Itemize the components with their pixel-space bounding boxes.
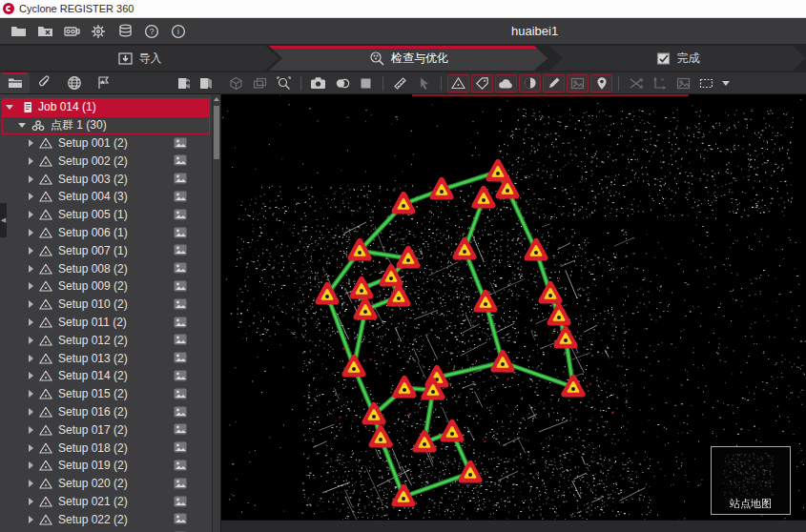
setup-marker[interactable] xyxy=(353,279,371,297)
setup-thumbnail-icon[interactable] xyxy=(174,191,187,205)
setup-thumbnail-icon[interactable] xyxy=(174,441,187,456)
tag-toggle[interactable] xyxy=(471,74,493,92)
orbit-icon[interactable] xyxy=(225,74,247,92)
caret-right-icon[interactable] xyxy=(29,157,33,165)
setup-marker[interactable] xyxy=(475,189,493,206)
setup-thumbnail-icon[interactable] xyxy=(174,173,187,187)
setup-thumbnail-icon[interactable] xyxy=(174,370,187,384)
setup-thumbnail-icon[interactable] xyxy=(174,209,187,223)
setup-marker[interactable] xyxy=(416,433,434,450)
camera-icon[interactable] xyxy=(307,74,329,92)
links-icon[interactable] xyxy=(625,74,647,92)
caret-down-icon[interactable] xyxy=(18,123,26,128)
image-toggle[interactable] xyxy=(567,74,589,92)
caret-right-icon[interactable] xyxy=(29,247,33,255)
setup-thumbnail-icon[interactable] xyxy=(174,352,187,366)
caret-right-icon[interactable] xyxy=(29,372,33,379)
setup-thumbnail-icon[interactable] xyxy=(174,460,187,474)
setup-marker[interactable] xyxy=(395,194,413,212)
caret-right-icon[interactable] xyxy=(29,211,33,218)
setup-marker[interactable] xyxy=(400,249,418,266)
caret-right-icon[interactable] xyxy=(29,444,33,452)
setup-marker-toggle[interactable] xyxy=(447,74,469,92)
tree-item-setup[interactable]: Setup 001 (2) xyxy=(0,134,212,153)
setup-thumbnail-icon[interactable] xyxy=(174,262,187,276)
rect-select-caret-icon[interactable] xyxy=(720,74,732,92)
cloud-toggle[interactable] xyxy=(495,74,517,92)
setup-marker[interactable] xyxy=(372,428,390,445)
tree-item-setup[interactable]: Setup 011 (2) xyxy=(0,314,212,332)
caret-right-icon[interactable] xyxy=(29,480,33,487)
settings-gear-icon[interactable] xyxy=(87,21,110,42)
scrollbar-thumb[interactable] xyxy=(214,106,219,159)
setup-marker[interactable] xyxy=(444,422,462,440)
caret-right-icon[interactable] xyxy=(29,282,33,290)
caret-right-icon[interactable] xyxy=(29,300,33,308)
project-tree-icon[interactable] xyxy=(0,72,30,93)
tree-item-setup[interactable]: Setup 013 (2) xyxy=(0,349,212,367)
caret-right-icon[interactable] xyxy=(29,516,33,523)
tree-item-setup[interactable]: Setup 010 (2) xyxy=(0,296,212,314)
caret-right-icon[interactable] xyxy=(29,139,33,147)
setup-marker[interactable] xyxy=(390,287,408,304)
caret-right-icon[interactable] xyxy=(29,265,33,273)
setup-thumbnail-icon[interactable] xyxy=(174,423,187,438)
setup-marker[interactable] xyxy=(395,487,413,504)
setup-marker[interactable] xyxy=(489,162,507,179)
tree-item-setup[interactable]: Setup 007 (1) xyxy=(0,241,212,259)
setup-thumbnail-icon[interactable] xyxy=(174,280,187,295)
zoom-fit-icon[interactable] xyxy=(273,74,295,92)
setup-thumbnail-icon[interactable] xyxy=(174,137,187,152)
rect-select-icon[interactable] xyxy=(696,74,718,92)
pin-toggle[interactable] xyxy=(590,74,612,92)
setup-marker[interactable] xyxy=(345,358,363,375)
overlap-icon[interactable] xyxy=(331,74,353,92)
dock-panel-icon[interactable] xyxy=(196,74,216,92)
tree-item-setup[interactable]: Setup 015 (2) xyxy=(0,385,212,403)
sidebar-scrollbar[interactable] xyxy=(212,94,220,532)
tree-item-setup[interactable]: Setup 019 (2) xyxy=(0,457,212,475)
setup-thumbnail-icon[interactable] xyxy=(174,227,187,241)
help-icon[interactable]: ? xyxy=(140,21,163,42)
geolocation-icon[interactable] xyxy=(59,72,89,93)
pick-icon[interactable] xyxy=(413,74,435,92)
setup-marker[interactable] xyxy=(456,240,474,257)
map-viewport[interactable]: 站点地图 xyxy=(221,94,806,532)
caret-down-icon[interactable] xyxy=(6,105,13,110)
tree-item-setup[interactable]: Setup 006 (1) xyxy=(0,224,212,242)
tree-item-setup[interactable]: Setup 002 (2) xyxy=(0,152,212,170)
measure-icon[interactable] xyxy=(389,74,411,92)
tree-item-setup[interactable]: Setup 023 (2) xyxy=(0,528,212,532)
axes-icon[interactable] xyxy=(649,74,671,92)
tree-item-setup[interactable]: Setup 004 (3) xyxy=(0,188,212,206)
tree-item-setup[interactable]: Setup 014 (2) xyxy=(0,367,212,385)
tree-item-setup[interactable]: Setup 003 (2) xyxy=(0,170,212,188)
workflow-tab-import[interactable]: 导入 xyxy=(0,46,279,71)
open-project-icon[interactable] xyxy=(7,21,30,42)
attachments-icon[interactable] xyxy=(30,72,59,93)
caret-right-icon[interactable] xyxy=(29,461,33,469)
setup-marker[interactable] xyxy=(542,284,560,301)
pan-icon[interactable] xyxy=(249,74,271,92)
setup-thumbnail-icon[interactable] xyxy=(174,298,187,313)
storage-icon[interactable] xyxy=(114,21,136,42)
setup-marker[interactable] xyxy=(565,378,583,395)
setup-thumbnail-icon[interactable] xyxy=(174,388,187,402)
setup-marker[interactable] xyxy=(477,293,495,310)
caret-right-icon[interactable] xyxy=(29,318,33,326)
setup-marker[interactable] xyxy=(433,180,451,197)
caret-right-icon[interactable] xyxy=(29,390,33,398)
caret-right-icon[interactable] xyxy=(29,408,33,416)
tree-item-setup[interactable]: Setup 018 (2) xyxy=(0,439,212,457)
tree-item-job[interactable]: Job 014 (1) xyxy=(2,98,210,116)
setup-thumbnail-icon[interactable] xyxy=(174,406,187,420)
setup-thumbnail-icon[interactable] xyxy=(174,154,187,169)
setup-thumbnail-icon[interactable] xyxy=(174,334,187,348)
setup-marker[interactable] xyxy=(557,329,575,346)
tree-item-setup[interactable]: Setup 009 (2) xyxy=(0,277,212,296)
import-device-icon[interactable] xyxy=(60,21,83,42)
scrollbar-up-icon[interactable] xyxy=(213,94,220,104)
setup-marker[interactable] xyxy=(396,379,414,396)
setup-thumbnail-icon[interactable] xyxy=(174,478,187,492)
setup-marker[interactable] xyxy=(462,463,480,481)
